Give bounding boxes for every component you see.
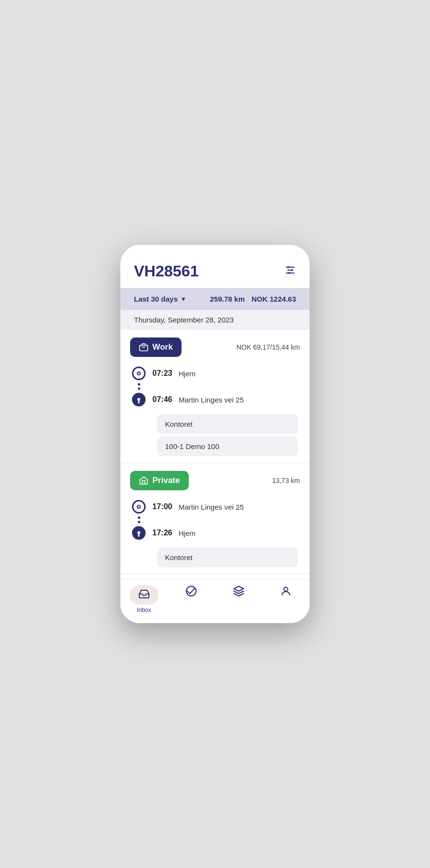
- circle-icon-2: [136, 504, 141, 509]
- end-dot-work: [132, 393, 146, 406]
- svg-point-4: [291, 269, 293, 271]
- name-end-work: Martin Linges vei 25: [179, 396, 244, 404]
- tag-kontoret-work[interactable]: Kontoret: [157, 414, 298, 434]
- nav-item-inbox[interactable]: Inbox: [120, 585, 168, 613]
- trip-type-row-work: Work NOK 69,17/15,44 km: [130, 338, 300, 357]
- nav-item-layers[interactable]: [215, 585, 263, 613]
- summary-bar: Last 30 days ▼ 259.78 km NOK 1224.63: [120, 288, 310, 310]
- total-distance: 259.78 km: [210, 295, 245, 303]
- period-selector[interactable]: Last 30 days ▼: [134, 295, 186, 303]
- layers-icon: [233, 585, 245, 597]
- waypoint-info-end-work: 07:46 Martin Linges vei 25: [152, 395, 244, 404]
- nav-label-inbox: Inbox: [137, 607, 151, 613]
- waypoint-end-work: 07:46 Martin Linges vei 25: [132, 393, 298, 406]
- start-dot-private: [132, 500, 146, 514]
- nav-item-profile[interactable]: [263, 585, 310, 613]
- trip-section-private: Private 13,73 km 17:00 Martin Linges vei…: [120, 463, 310, 574]
- end-dot-private: [132, 526, 146, 540]
- time-start-work: 07:23: [152, 369, 174, 378]
- waypoint-info-end-private: 17:26 Hjem: [152, 529, 196, 537]
- waypoint-end-private: 17:26 Hjem: [132, 526, 298, 540]
- waypoints-work: 07:23 Hjem 07:46 Martin Linges vei 25: [130, 365, 300, 408]
- private-badge-label: Private: [152, 476, 180, 485]
- waypoint-start-private: 17:00 Martin Linges vei 25: [132, 500, 298, 514]
- phone-container: VH28561 Last 30 days ▼ 259.78 km NOK 122…: [120, 245, 310, 623]
- work-badge[interactable]: Work: [130, 338, 182, 357]
- tag-demo-work[interactable]: 100-1 Demo 100: [157, 436, 298, 456]
- time-end-private: 17:26: [152, 529, 174, 537]
- waypoints-private: 17:00 Martin Linges vei 25 17:26 Hjem: [130, 498, 300, 542]
- work-badge-label: Work: [152, 342, 173, 352]
- svg-point-11: [137, 505, 140, 508]
- svg-marker-13: [234, 586, 244, 591]
- connector-work: [132, 382, 146, 391]
- tag-kontoret-private[interactable]: Kontoret: [157, 547, 298, 567]
- private-badge[interactable]: Private: [130, 471, 189, 490]
- trip-section-work: Work NOK 69,17/15,44 km 07:23 Hjem: [120, 330, 310, 463]
- check-icon: [185, 585, 197, 597]
- summary-stats: 259.78 km NOK 1224.63: [210, 295, 296, 303]
- svg-rect-7: [140, 345, 148, 351]
- header: VH28561: [120, 245, 310, 288]
- name-end-private: Hjem: [179, 529, 196, 537]
- svg-point-14: [284, 587, 288, 591]
- connector-private: [132, 515, 146, 524]
- name-start-work: Hjem: [179, 370, 196, 378]
- person-icon: [280, 585, 292, 597]
- svg-point-10: [137, 372, 140, 375]
- trip-type-row-private: Private 13,73 km: [130, 471, 300, 490]
- nav-item-tasks[interactable]: [168, 585, 215, 613]
- briefcase-icon: [139, 342, 149, 352]
- chevron-down-icon: ▼: [181, 296, 186, 303]
- home-icon: [139, 476, 149, 485]
- waypoint-info-start-private: 17:00 Martin Linges vei 25: [152, 502, 244, 511]
- filter-icon[interactable]: [284, 264, 296, 279]
- time-end-work: 07:46: [152, 395, 174, 404]
- inbox-icon: [138, 588, 150, 600]
- waypoint-start-work: 07:23 Hjem: [132, 367, 298, 380]
- trip-cost-work: NOK 69,17/15,44 km: [236, 343, 300, 351]
- trip-distance-private: 13,73 km: [272, 477, 300, 484]
- bottom-nav: Inbox: [120, 579, 310, 623]
- total-amount: NOK 1224.63: [251, 295, 296, 303]
- start-dot-work: [132, 367, 146, 380]
- time-start-private: 17:00: [152, 502, 174, 511]
- date-header: Thursday, September 28, 2023: [120, 310, 310, 330]
- page-title: VH28561: [134, 262, 198, 280]
- circle-icon: [136, 371, 141, 376]
- name-start-private: Martin Linges vei 25: [179, 503, 244, 511]
- scroll-content: Thursday, September 28, 2023 Work NOK 69…: [120, 310, 310, 579]
- svg-point-3: [287, 266, 289, 268]
- waypoint-info-start-work: 07:23 Hjem: [152, 369, 196, 378]
